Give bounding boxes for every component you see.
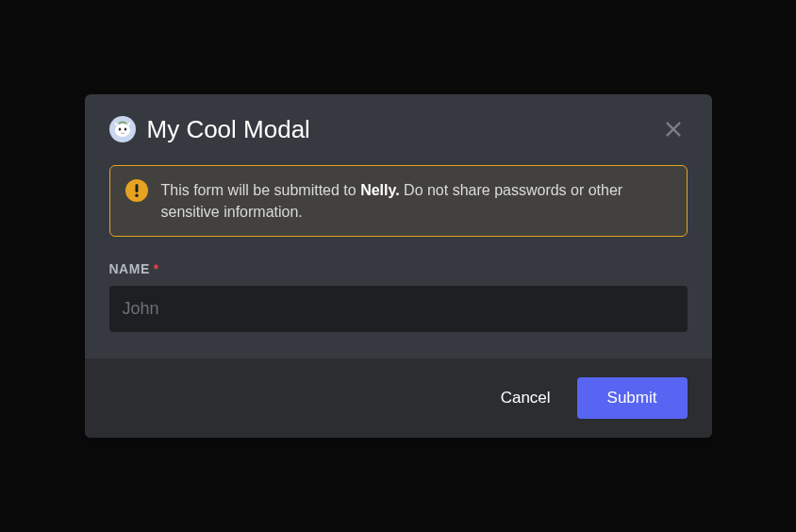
cancel-button[interactable]: Cancel bbox=[497, 379, 555, 417]
modal-dialog: My Cool Modal This form will be submitte… bbox=[85, 94, 712, 438]
warning-icon bbox=[125, 179, 148, 202]
svg-point-2 bbox=[118, 128, 121, 131]
required-marker: * bbox=[154, 261, 159, 276]
close-button[interactable] bbox=[659, 115, 688, 143]
modal-title: My Cool Modal bbox=[147, 115, 310, 144]
avatar bbox=[109, 116, 136, 142]
svg-point-1 bbox=[115, 124, 130, 137]
svg-point-3 bbox=[124, 128, 126, 131]
name-input[interactable] bbox=[109, 286, 688, 332]
warning-banner: This form will be submitted to Nelly. Do… bbox=[109, 165, 688, 237]
modal-title-wrap: My Cool Modal bbox=[109, 115, 310, 144]
field-label-text: NAME bbox=[109, 261, 150, 276]
modal-footer: Cancel Submit bbox=[85, 358, 712, 438]
modal-body: This form will be submitted to Nelly. Do… bbox=[85, 144, 712, 358]
close-icon bbox=[663, 119, 684, 140]
svg-rect-4 bbox=[135, 184, 138, 192]
svg-point-5 bbox=[135, 193, 138, 196]
modal-header: My Cool Modal bbox=[85, 94, 712, 144]
avatar-icon bbox=[111, 118, 134, 141]
warning-prefix: This form will be submitted to bbox=[161, 182, 361, 198]
field-label: NAME * bbox=[109, 261, 688, 276]
warning-text: This form will be submitted to Nelly. Do… bbox=[161, 179, 672, 223]
submit-button[interactable]: Submit bbox=[577, 377, 688, 419]
warning-recipient: Nelly. bbox=[360, 182, 400, 198]
